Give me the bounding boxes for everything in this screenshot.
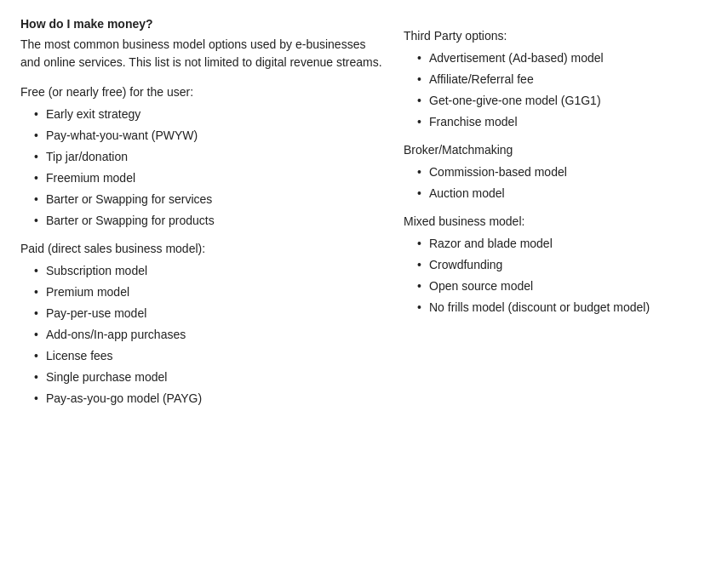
section1-list-left: Early exit strategy Pay-what-you-want (P… <box>20 106 387 230</box>
list-item: Pay-as-you-go model (PAYG) <box>34 390 387 408</box>
section2-list-right: Commission-based model Auction model <box>404 163 702 203</box>
left-column: How do I make money? The most common bus… <box>20 17 387 413</box>
section2-heading-left: Paid (direct sales business model): <box>20 242 387 255</box>
list-item: Subscription model <box>34 262 387 280</box>
section1-heading-left: Free (or nearly free) for the user: <box>20 85 387 99</box>
list-item: Commission-based model <box>417 163 702 181</box>
list-item: Crowdfunding <box>417 256 702 274</box>
list-item: Pay-per-use model <box>34 305 387 323</box>
list-item: Add-ons/In-app purchases <box>34 326 387 344</box>
list-item: Early exit strategy <box>34 106 387 123</box>
list-item: Tip jar/donation <box>34 148 387 166</box>
list-item: Barter or Swapping for products <box>34 212 387 230</box>
section3-heading-right: Mixed business model: <box>404 214 702 228</box>
section2-heading-right: Broker/Matchmaking <box>404 143 702 157</box>
list-item: Get-one-give-one model (G1G1) <box>417 92 702 110</box>
list-item: Franchise model <box>417 113 702 131</box>
list-item: No frills model (discount or budget mode… <box>417 299 702 317</box>
list-item: Freemium model <box>34 169 387 187</box>
list-item: Advertisement (Ad-based) model <box>417 49 702 67</box>
page-container: How do I make money? The most common bus… <box>0 0 722 430</box>
list-item: License fees <box>34 347 387 365</box>
section1-list-right: Advertisement (Ad-based) model Affiliate… <box>404 49 702 131</box>
section3-list-right: Razor and blade model Crowdfunding Open … <box>404 235 702 317</box>
section1-heading-right: Third Party options: <box>404 29 702 43</box>
list-item: Open source model <box>417 277 702 295</box>
intro-text: The most common business model options u… <box>20 36 387 71</box>
list-item: Auction model <box>417 185 702 203</box>
section2-list-left: Subscription model Premium model Pay-per… <box>20 262 387 408</box>
list-item: Single purchase model <box>34 368 387 386</box>
list-item: Razor and blade model <box>417 235 702 253</box>
list-item: Pay-what-you-want (PWYW) <box>34 127 387 145</box>
list-item: Premium model <box>34 283 387 301</box>
right-column: Third Party options: Advertisement (Ad-b… <box>404 17 702 413</box>
list-item: Barter or Swapping for services <box>34 191 387 208</box>
list-item: Affiliate/Referral fee <box>417 71 702 88</box>
main-title: How do I make money? <box>20 17 387 31</box>
